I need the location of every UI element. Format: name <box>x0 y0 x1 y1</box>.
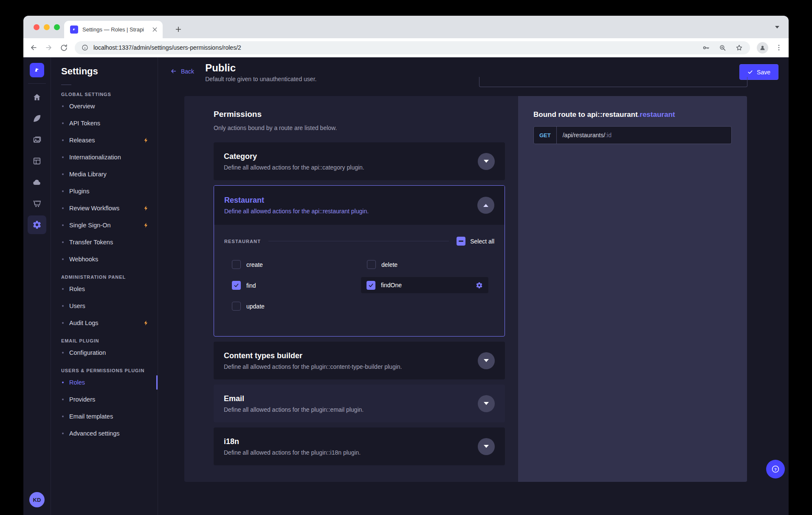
bullet-icon <box>62 288 64 290</box>
accordion-i18n-header[interactable]: i18n Define all allowed actions for the … <box>214 427 505 465</box>
permission-find[interactable]: find <box>224 275 359 296</box>
help-button[interactable]: ? <box>766 460 785 478</box>
bullet-icon <box>62 224 64 226</box>
bound-route-title: Bound route to api::restaurant.restauran… <box>533 110 732 119</box>
restaurant-permissions-body: RESTAURANT Select all <box>214 225 505 336</box>
sidebar-item-users[interactable]: Users <box>51 297 158 314</box>
accordion-email: Email Define all allowed actions for the… <box>214 385 505 422</box>
chevron-down-icon[interactable] <box>478 153 495 170</box>
new-tab-button[interactable] <box>173 24 184 35</box>
sidebar-item-audit-logs[interactable]: Audit Logs <box>51 314 158 331</box>
section-divider <box>268 241 449 241</box>
sidebar-item-plugins[interactable]: Plugins <box>51 183 158 200</box>
url-bar[interactable]: localhost:1337/admin/settings/users-perm… <box>75 41 750 54</box>
sidebar-item-media-library[interactable]: Media Library <box>51 166 158 183</box>
forward-navigation-icon[interactable] <box>45 43 53 52</box>
check-icon <box>747 69 753 75</box>
sidebar-item-up-roles[interactable]: Roles <box>51 374 158 391</box>
zoom-page-icon[interactable] <box>719 44 727 52</box>
strapi-admin: KD Settings GLOBAL SETTINGS Overview API… <box>23 57 789 515</box>
minimize-window-button[interactable] <box>44 24 50 30</box>
deploy-cloud-icon[interactable] <box>28 173 46 192</box>
strapi-logo[interactable] <box>30 63 44 77</box>
chevron-down-icon[interactable] <box>478 438 495 455</box>
findone-checkbox[interactable] <box>367 281 375 290</box>
http-method-badge: GET <box>534 127 557 144</box>
sidebar-item-webhooks[interactable]: Webhooks <box>51 251 158 268</box>
permission-create[interactable]: create <box>224 254 359 275</box>
icon-rail: KD <box>23 57 51 515</box>
permission-delete[interactable]: delete <box>359 254 494 275</box>
nav-divider <box>61 85 71 85</box>
sidebar-item-single-sign-on[interactable]: Single Sign-On <box>51 217 158 234</box>
browser-menu-icon[interactable] <box>775 44 783 51</box>
accordion-category-header[interactable]: Category Define all allowed actions for … <box>214 142 505 180</box>
user-avatar[interactable]: KD <box>29 492 45 507</box>
accordion-title: Restaurant <box>224 196 477 205</box>
close-window-button[interactable] <box>34 24 39 30</box>
sidebar-item-email-templates[interactable]: Email templates <box>51 408 158 425</box>
sidebar-item-configuration[interactable]: Configuration <box>51 344 158 361</box>
content-type-builder-icon[interactable] <box>28 152 46 170</box>
back-navigation-icon[interactable] <box>29 43 38 52</box>
back-link[interactable]: Back <box>170 68 194 75</box>
lightning-icon <box>143 205 149 211</box>
settings-icon[interactable] <box>28 215 46 234</box>
content-manager-icon[interactable] <box>28 109 46 128</box>
sidebar-item-releases[interactable]: Releases <box>51 132 158 149</box>
tab-title: Settings — Roles | Strapi <box>82 26 151 33</box>
permission-findone-row[interactable]: findOne <box>361 277 488 293</box>
maximize-window-button[interactable] <box>54 24 60 30</box>
sidebar-item-advanced-settings[interactable]: Advanced settings <box>51 425 158 442</box>
back-arrow-icon <box>170 68 177 75</box>
update-checkbox[interactable] <box>232 302 241 311</box>
nav-section-email-plugin: EMAIL PLUGIN <box>61 338 147 343</box>
accordion-restaurant: Restaurant Define all allowed actions fo… <box>214 185 505 337</box>
accordion-title: i18n <box>224 437 478 446</box>
accordion-restaurant-header[interactable]: Restaurant Define all allowed actions fo… <box>214 186 505 225</box>
tab-search-chevron-icon[interactable] <box>773 23 782 32</box>
browser-profile-icon[interactable] <box>757 42 768 54</box>
delete-checkbox[interactable] <box>367 260 376 269</box>
sidebar-item-admin-roles[interactable]: Roles <box>51 280 158 297</box>
create-checkbox[interactable] <box>232 260 241 269</box>
marketplace-cart-icon[interactable] <box>28 194 46 213</box>
bullet-icon <box>62 207 64 209</box>
sidebar-item-api-tokens[interactable]: API Tokens <box>51 115 158 132</box>
bullet-icon <box>62 122 64 124</box>
permission-update[interactable]: update <box>224 296 359 317</box>
accordion-ctb-header[interactable]: Content types builder Define all allowed… <box>214 342 505 379</box>
reload-icon[interactable] <box>60 44 68 52</box>
bullet-icon <box>62 190 64 192</box>
home-icon[interactable] <box>28 88 46 107</box>
tab-close-icon[interactable] <box>151 26 158 34</box>
sidebar-item-providers[interactable]: Providers <box>51 391 158 408</box>
select-all-checkbox[interactable] <box>457 237 465 246</box>
bullet-icon <box>62 105 64 107</box>
bullet-icon <box>62 241 64 243</box>
accordion-title: Category <box>224 152 478 161</box>
browser-tab[interactable]: Settings — Roles | Strapi <box>64 21 163 38</box>
sidebar-item-transfer-tokens[interactable]: Transfer Tokens <box>51 234 158 251</box>
sidebar-item-review-workflows[interactable]: Review Workflows <box>51 200 158 217</box>
accordion-email-header[interactable]: Email Define all allowed actions for the… <box>214 385 505 422</box>
lightning-icon <box>143 222 149 228</box>
chevron-up-icon[interactable] <box>477 197 494 214</box>
sidebar-item-overview[interactable]: Overview <box>51 98 158 115</box>
scrolled-text-input[interactable] <box>479 77 747 87</box>
sidebar-item-internationalization[interactable]: Internationalization <box>51 149 158 166</box>
password-key-icon[interactable] <box>702 44 710 52</box>
chevron-down-icon[interactable] <box>478 395 495 412</box>
route-display[interactable]: GET /api/restaurants/:id <box>533 126 732 144</box>
bound-route-panel: Bound route to api::restaurant.restauran… <box>518 96 747 482</box>
find-checkbox[interactable] <box>232 281 241 290</box>
select-all-control[interactable]: Select all <box>457 237 494 246</box>
chevron-down-icon[interactable] <box>478 352 495 369</box>
configure-permission-gear-icon[interactable] <box>476 282 483 289</box>
media-library-icon[interactable] <box>28 130 46 149</box>
site-info-icon[interactable] <box>82 44 88 51</box>
bullet-icon <box>62 156 64 158</box>
bullet-icon <box>62 173 64 175</box>
lightning-icon <box>143 320 149 326</box>
bookmark-star-icon[interactable] <box>735 44 743 52</box>
